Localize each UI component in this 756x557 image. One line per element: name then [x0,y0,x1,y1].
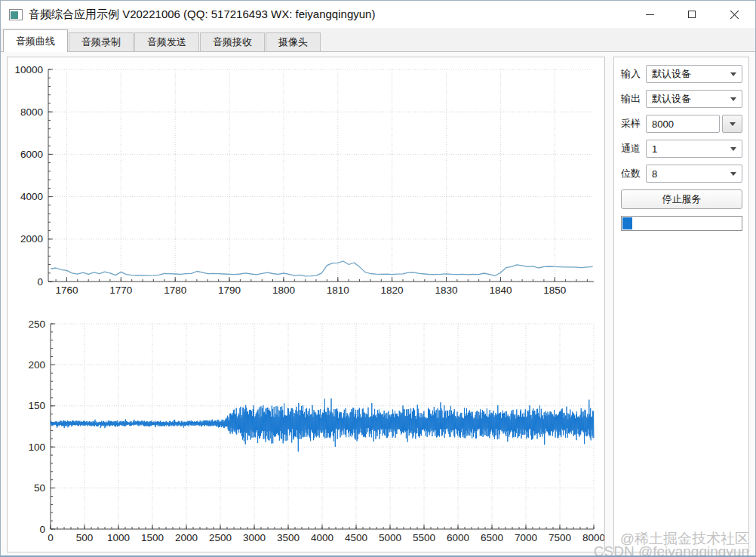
svg-text:1500: 1500 [141,532,164,543]
svg-text:1800: 1800 [272,285,295,296]
progress-chunk [622,217,632,229]
svg-text:2000: 2000 [20,233,43,245]
svg-text:100: 100 [28,442,45,453]
svg-text:5500: 5500 [413,532,435,543]
svg-text:8000: 8000 [20,106,43,118]
svg-text:7500: 7500 [549,532,571,543]
audio-level-progressbar [621,216,742,231]
svg-text:1000: 1000 [107,532,130,543]
minimize-button[interactable] [628,1,671,28]
chevron-down-icon [730,147,736,151]
input-device-row: 输入 默认设备 [621,65,742,83]
tab-audio-record[interactable]: 音频录制 [69,32,134,51]
sample-rate-label: 采样 [621,117,642,131]
maximize-button[interactable] [671,1,713,28]
tab-audio-receive[interactable]: 音频接收 [200,32,265,51]
svg-text:1810: 1810 [327,285,349,296]
tab-audio-curve[interactable]: 音频曲线 [3,29,68,52]
input-device-value: 默认设备 [652,67,691,81]
bit-depth-row: 位数 8 [621,165,742,183]
svg-text:8000: 8000 [582,532,604,543]
svg-text:200: 200 [28,359,45,371]
svg-text:5000: 5000 [379,532,401,543]
output-device-row: 输出 默认设备 [621,90,742,108]
window-controls [628,1,755,28]
settings-panel: 输入 默认设备 输出 默认设备 采样 8000 [613,57,749,552]
sample-rate-combo: 8000 [646,115,742,133]
svg-text:7000: 7000 [515,532,537,543]
svg-text:250: 250 [28,319,45,330]
svg-text:150: 150 [28,400,45,411]
sample-rate-value: 8000 [652,118,674,130]
sample-rate-input[interactable]: 8000 [646,115,720,133]
svg-text:1790: 1790 [218,285,241,296]
svg-text:1830: 1830 [435,285,457,296]
svg-text:2000: 2000 [175,532,198,543]
chevron-down-icon [730,72,736,76]
output-device-value: 默认设备 [652,92,691,106]
chevron-down-icon [730,97,736,101]
output-device-select[interactable]: 默认设备 [646,90,742,108]
bit-depth-value: 8 [652,168,657,180]
close-icon [730,10,739,20]
svg-text:1850: 1850 [543,285,566,296]
output-device-label: 输出 [621,92,642,106]
tab-page-audio-curve: 1760177017801790180018101820183018401850… [1,52,755,557]
svg-text:0: 0 [37,276,43,288]
app-window: 音频综合应用示例 V20221006 (QQ: 517216493 WX: fe… [0,0,756,557]
svg-text:1770: 1770 [109,285,132,296]
channels-row: 通道 1 [621,140,742,158]
svg-text:1840: 1840 [489,285,512,296]
svg-text:1780: 1780 [164,285,186,296]
svg-text:1760: 1760 [55,285,78,296]
chart-panel: 1760177017801790180018101820183018401850… [7,57,605,552]
svg-text:6000: 6000 [20,149,43,160]
svg-text:6500: 6500 [481,532,503,543]
svg-text:10000: 10000 [14,64,43,75]
svg-text:3000: 3000 [243,532,266,543]
svg-text:0: 0 [39,524,45,535]
svg-text:2500: 2500 [209,532,232,543]
svg-text:500: 500 [76,532,94,543]
chevron-down-icon [730,172,736,176]
tab-bar: 音频曲线 音频录制 音频发送 音频接收 摄像头 [1,28,755,52]
svg-text:1820: 1820 [381,285,404,296]
channels-value: 1 [652,143,657,155]
tab-audio-send[interactable]: 音频发送 [134,32,199,51]
channels-label: 通道 [621,142,642,155]
bit-depth-select[interactable]: 8 [646,165,742,183]
minimize-icon [646,14,654,15]
stop-service-button[interactable]: 停止服务 [621,189,742,209]
audio-waveform-chart: 0500100015002000250030003500400045005000… [8,302,604,552]
window-title: 音频综合应用示例 V20221006 (QQ: 517216493 WX: fe… [29,8,375,22]
audio-amplitude-chart: 1760177017801790180018101820183018401850… [8,57,604,302]
app-icon [9,9,23,20]
svg-text:4000: 4000 [311,532,333,543]
title-bar: 音频综合应用示例 V20221006 (QQ: 517216493 WX: fe… [1,1,755,28]
chevron-down-icon [730,122,736,126]
tab-camera[interactable]: 摄像头 [266,32,321,51]
svg-text:4500: 4500 [345,532,367,543]
sample-rate-dropdown-button[interactable] [722,115,742,133]
input-device-label: 输入 [621,67,642,81]
close-button[interactable] [713,1,755,28]
bit-depth-label: 位数 [621,167,642,180]
svg-text:4000: 4000 [20,191,43,202]
svg-text:6000: 6000 [447,532,469,543]
svg-text:3500: 3500 [277,532,300,543]
svg-text:50: 50 [34,482,45,494]
maximize-icon [688,11,696,18]
sample-rate-row: 采样 8000 [621,115,742,133]
svg-text:0: 0 [48,532,54,543]
channels-select[interactable]: 1 [646,140,742,158]
input-device-select[interactable]: 默认设备 [646,65,742,83]
